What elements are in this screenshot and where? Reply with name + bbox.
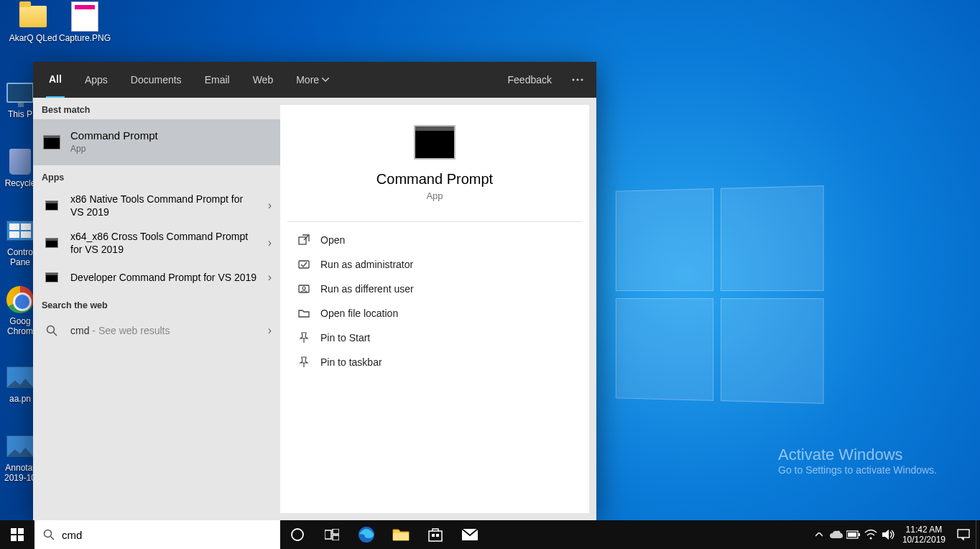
action-run-different-user[interactable]: Run as different user (280, 277, 589, 301)
more-options-button[interactable] (572, 62, 583, 98)
mail-icon (461, 528, 479, 541)
action-pin-taskbar[interactable]: Pin to taskbar (280, 350, 589, 374)
action-open-location[interactable]: Open file location (280, 301, 589, 326)
svg-rect-29 (958, 530, 969, 538)
result-title: x86 Native Tools Command Prompt for VS 2… (70, 193, 259, 218)
result-command-prompt[interactable]: Command Prompt App (33, 119, 280, 165)
tray-wifi-icon[interactable] (862, 520, 879, 549)
action-center-button[interactable] (951, 520, 976, 549)
taskbar-app-edge[interactable] (349, 520, 384, 549)
notification-icon (957, 529, 970, 540)
svg-rect-22 (432, 534, 435, 537)
edge-icon (357, 525, 376, 544)
image-file-icon (70, 1, 100, 32)
action-label: Pin to taskbar (320, 356, 382, 368)
tab-all[interactable]: All (46, 62, 65, 98)
action-label: Run as administrator (320, 259, 413, 270)
result-developer-command-prompt[interactable]: Developer Command Prompt for VS 2019 › (33, 262, 280, 293)
desktop-folder-akarq[interactable]: AkarQ QLed (7, 1, 59, 43)
svg-point-15 (292, 529, 303, 540)
search-filter-tabs: All Apps Documents Email Web More Feedba… (33, 62, 596, 98)
chevron-right-icon: › (268, 199, 272, 212)
taskbar-app-file-explorer[interactable] (384, 520, 418, 549)
search-input[interactable] (62, 529, 272, 541)
feedback-link[interactable]: Feedback (505, 62, 555, 98)
svg-rect-12 (18, 535, 24, 541)
taskbar-app-mail[interactable] (453, 520, 487, 549)
svg-rect-27 (848, 532, 856, 537)
result-x64-x86-cross-tools[interactable]: x64_x86 Cross Tools Command Prompt for V… (33, 224, 280, 262)
wifi-icon (864, 530, 877, 540)
tray-clock[interactable]: 11:42 AM 10/12/2019 (897, 525, 951, 545)
taskbar-search-box[interactable] (34, 520, 280, 549)
tab-documents[interactable]: Documents (128, 62, 185, 98)
tab-web[interactable]: Web (250, 62, 277, 98)
cortana-icon (290, 527, 305, 542)
tray-volume-icon[interactable] (879, 520, 897, 549)
tray-time: 11:42 AM (902, 525, 946, 535)
search-results-column: Best match Command Prompt App Apps x86 N… (33, 98, 280, 520)
svg-rect-16 (325, 530, 331, 539)
svg-point-0 (573, 79, 575, 81)
svg-line-14 (51, 537, 55, 540)
image-file-icon (5, 431, 35, 461)
tab-more-label: More (296, 74, 319, 86)
section-search-web: Search the web (33, 293, 280, 315)
start-button[interactable] (0, 520, 34, 549)
svg-rect-9 (11, 528, 17, 534)
battery-icon (846, 530, 861, 539)
svg-rect-11 (11, 535, 17, 541)
user-icon (297, 282, 310, 295)
tab-apps[interactable]: Apps (82, 62, 111, 98)
icon-label: Capture.PNG (59, 33, 111, 43)
preview-title: Command Prompt (287, 171, 582, 188)
svg-rect-18 (333, 535, 339, 540)
result-subtitle: App (70, 142, 272, 155)
svg-point-2 (581, 79, 583, 81)
cortana-button[interactable] (280, 520, 315, 549)
speaker-icon (882, 529, 895, 540)
task-view-icon (325, 529, 339, 540)
result-web-cmd[interactable]: cmd - See web results › (33, 315, 280, 346)
activation-title: Activate Windows (778, 446, 937, 464)
svg-rect-17 (333, 529, 339, 534)
tray-overflow-button[interactable] (810, 520, 828, 549)
desktop-file-capture[interactable]: Capture.PNG (59, 1, 111, 43)
svg-rect-26 (859, 533, 860, 536)
command-prompt-icon (42, 233, 62, 253)
svg-rect-23 (436, 534, 439, 537)
chevron-down-icon (322, 78, 329, 82)
command-prompt-icon (414, 125, 456, 160)
task-view-button[interactable] (315, 520, 349, 549)
store-icon (427, 527, 443, 543)
chevron-right-icon: › (268, 236, 272, 249)
taskbar-app-store[interactable] (418, 520, 453, 549)
folder-icon (18, 1, 48, 32)
tray-battery-icon[interactable] (845, 520, 862, 549)
folder-icon (297, 307, 310, 320)
tab-email[interactable]: Email (202, 62, 233, 98)
search-icon (43, 529, 55, 540)
action-open[interactable]: Open (280, 228, 589, 252)
action-run-admin[interactable]: Run as administrator (280, 252, 589, 277)
tab-more[interactable]: More (293, 62, 332, 98)
system-tray: 11:42 AM 10/12/2019 (810, 520, 980, 549)
result-x86-native-tools[interactable]: x86 Native Tools Command Prompt for VS 2… (33, 187, 280, 224)
svg-point-28 (869, 538, 872, 540)
tray-onedrive-icon[interactable] (828, 520, 845, 549)
svg-rect-21 (429, 531, 442, 541)
control-panel-icon (5, 216, 35, 246)
result-title: x64_x86 Cross Tools Command Prompt for V… (70, 230, 259, 256)
svg-rect-10 (18, 528, 24, 534)
shield-icon (297, 258, 310, 271)
chevron-right-icon: › (268, 271, 272, 284)
action-pin-start[interactable]: Pin to Start (280, 326, 589, 350)
svg-point-1 (577, 79, 579, 81)
monitor-icon (5, 78, 35, 108)
search-icon (42, 320, 62, 341)
svg-rect-5 (299, 237, 306, 244)
svg-point-13 (45, 530, 52, 538)
pin-icon (297, 331, 310, 344)
cloud-icon (830, 530, 843, 539)
show-desktop-button[interactable] (976, 520, 980, 549)
